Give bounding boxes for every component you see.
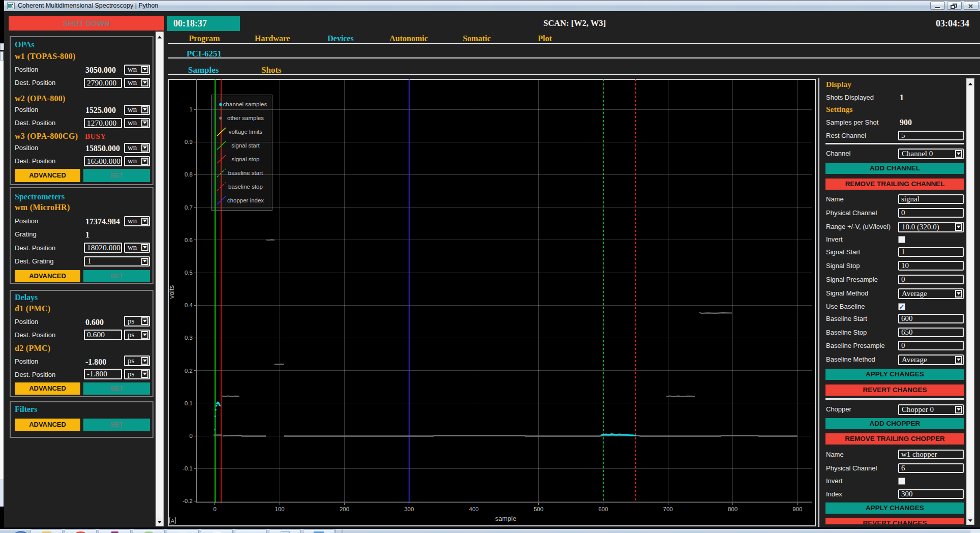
svg-text:1: 1 <box>190 106 193 112</box>
svg-text:0.4: 0.4 <box>185 302 193 308</box>
svg-text:400: 400 <box>469 506 479 512</box>
svg-text:300: 300 <box>404 506 414 512</box>
svg-text:baseline start: baseline start <box>228 170 263 176</box>
svg-text:0.1: 0.1 <box>185 400 193 406</box>
svg-text:0.7: 0.7 <box>185 204 193 211</box>
svg-text:other samples: other samples <box>227 115 264 121</box>
svg-text:0: 0 <box>213 506 217 512</box>
svg-text:100: 100 <box>275 506 285 512</box>
svg-text:200: 200 <box>340 506 349 512</box>
svg-text:500: 500 <box>534 506 543 512</box>
svg-text:0.3: 0.3 <box>185 335 193 341</box>
svg-text:0.6: 0.6 <box>185 237 193 243</box>
svg-text:0.8: 0.8 <box>185 171 193 177</box>
svg-text:-0.2: -0.2 <box>182 498 193 504</box>
svg-text:0.5: 0.5 <box>185 270 193 276</box>
svg-text:A: A <box>171 518 174 524</box>
svg-text:signal stop: signal stop <box>232 156 260 162</box>
svg-text:baseline stop: baseline stop <box>228 184 263 190</box>
svg-text:sample: sample <box>495 515 516 522</box>
svg-text:600: 600 <box>598 506 608 512</box>
svg-text:signal start: signal start <box>231 142 260 149</box>
svg-text:700: 700 <box>663 506 673 512</box>
svg-text:volts: volts <box>169 285 175 299</box>
svg-text:channel samples: channel samples <box>223 101 267 107</box>
svg-text:900: 900 <box>792 506 802 512</box>
svg-text:800: 800 <box>728 506 738 512</box>
svg-text:0: 0 <box>190 433 193 439</box>
svg-text:0.2: 0.2 <box>185 368 193 374</box>
svg-text:0.9: 0.9 <box>185 139 193 145</box>
svg-text:voltage limits: voltage limits <box>229 129 263 135</box>
svg-text:-0.1: -0.1 <box>182 465 193 471</box>
svg-text:chopper index: chopper index <box>227 197 264 203</box>
